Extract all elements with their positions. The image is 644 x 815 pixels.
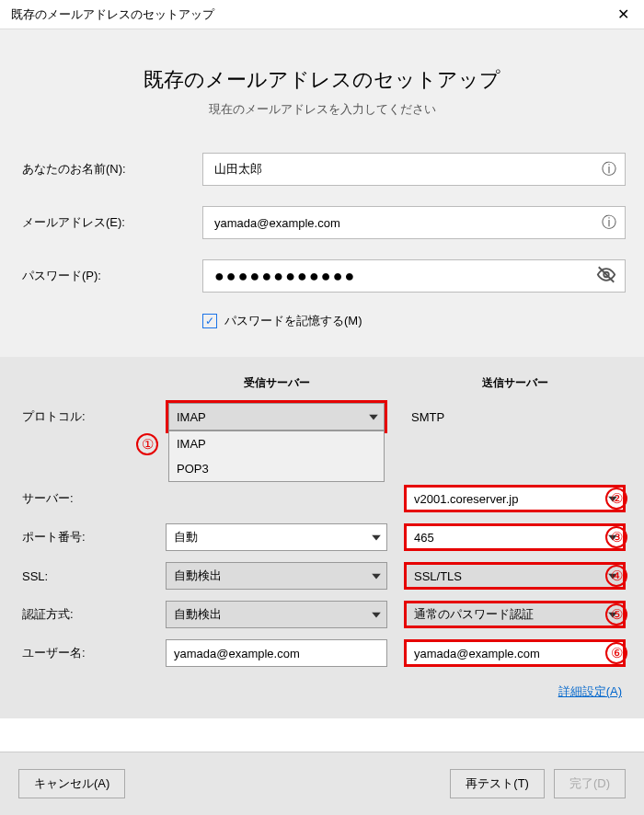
protocol-dropdown: IMAP POP3 [168,430,385,482]
annotation-badge-4: ④ [605,565,627,587]
server-label: サーバー: [18,490,166,507]
auth-label: 認証方式: [18,606,166,623]
outgoing-port-select[interactable]: 465 [404,523,626,551]
incoming-user-input[interactable]: yamada@example.com [166,639,387,667]
row-server: サーバー: v2001.coreserver.jp ② [18,485,626,512]
incoming-auth-select[interactable]: 自動検出 [166,601,387,628]
advanced-link[interactable]: 詳細設定(A) [18,683,626,700]
row-user: ユーザー名: yamada@example.com yamada@example… [18,639,626,667]
protocol-option-imap[interactable]: IMAP [169,431,384,456]
protocol-label: プロトコル: [18,408,166,425]
outgoing-auth-select[interactable]: 通常のパスワード認証 [404,601,626,628]
chevron-down-icon [372,531,381,545]
password-input[interactable]: ●●●●●●●●●●●● [202,259,626,293]
upper-panel: 既存のメールアドレスのセットアップ 現在のメールアドレスを入力してください あな… [0,29,644,357]
row-protocol: プロトコル: IMAP IMAP POP3 ① SMTP [18,400,626,433]
email-input[interactable] [202,206,626,239]
annotation-badge-5: ⑤ [605,603,627,626]
name-input[interactable] [202,153,626,186]
window-title: 既存のメールアドレスのセットアップ [11,6,214,23]
name-label: あなたのお名前(N): [18,161,202,178]
footer: キャンセル(A) 再テスト(T) 完了(D) [0,752,644,815]
outgoing-user-input[interactable]: yamada@example.com [404,639,626,667]
outgoing-header: 送信サーバー [404,375,626,391]
remember-label: パスワードを記憶する(M) [224,313,362,329]
info-icon[interactable]: ⓘ [602,213,616,233]
user-label: ユーザー名: [18,645,166,661]
incoming-header: 受信サーバー [166,375,387,391]
row-ssl: SSL: 自動検出 SSL/TLS ④ [18,562,626,590]
cancel-button[interactable]: キャンセル(A) [18,769,125,798]
info-icon[interactable]: ⓘ [602,160,616,179]
incoming-port-select[interactable]: 自動 [166,523,387,551]
outgoing-server-select[interactable]: v2001.coreserver.jp [404,485,626,512]
incoming-ssl-select[interactable]: 自動検出 [166,562,387,590]
outgoing-ssl-select[interactable]: SSL/TLS [404,562,626,590]
titlebar: 既存のメールアドレスのセットアップ ✕ [0,0,644,29]
lower-panel: 受信サーバー 送信サーバー プロトコル: IMAP IMAP POP3 ① SM… [0,357,644,718]
port-label: ポート番号: [18,529,166,545]
row-auth: 認証方式: 自動検出 通常のパスワード認証 ⑤ [18,601,626,628]
email-label: メールアドレス(E): [18,214,202,231]
annotation-badge-3: ③ [605,526,627,548]
ssl-label: SSL: [18,569,166,583]
eye-slash-icon[interactable] [596,265,616,288]
incoming-protocol-select[interactable]: IMAP [168,403,385,430]
chevron-down-icon [372,608,381,622]
remember-checkbox[interactable]: ✓ [202,314,217,328]
protocol-option-pop3[interactable]: POP3 [169,456,384,481]
done-button[interactable]: 完了(D) [554,769,626,798]
page-heading: 既存のメールアドレスのセットアップ [18,66,626,94]
annotation-badge-2: ② [605,488,627,510]
page-subheading: 現在のメールアドレスを入力してください [18,101,626,118]
close-icon[interactable]: ✕ [612,6,635,23]
outgoing-protocol-text: SMTP [404,403,626,430]
retest-button[interactable]: 再テスト(T) [450,769,545,798]
annotation-badge-6: ⑥ [605,642,627,664]
chevron-down-icon [372,569,381,583]
row-port: ポート番号: 自動 465 ③ [18,523,626,551]
password-label: パスワード(P): [18,268,202,284]
chevron-down-icon [369,410,378,424]
annotation-badge-1: ① [136,433,158,455]
